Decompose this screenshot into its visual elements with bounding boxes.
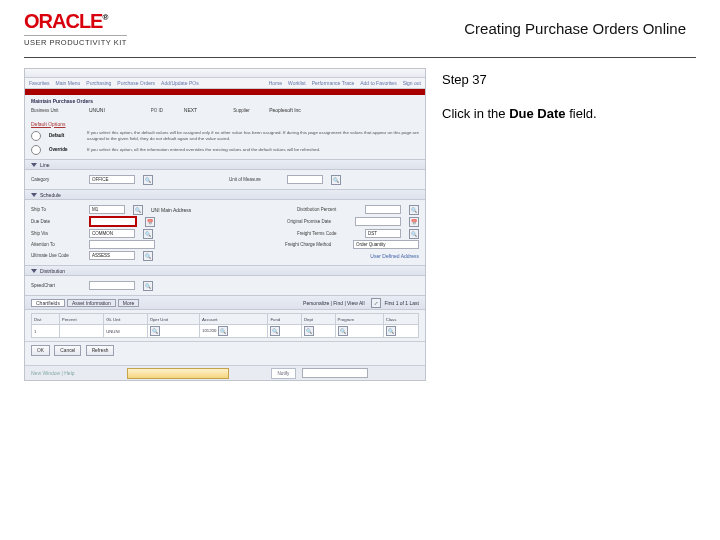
col-account: Account [200, 314, 268, 325]
ship-to-label: Ship To [31, 207, 81, 212]
notify-button[interactable]: Notify [271, 368, 297, 379]
distribution-percent-input[interactable] [365, 205, 401, 214]
lookup-icon[interactable]: 🔍 [331, 175, 341, 185]
tab-more[interactable]: More [118, 299, 139, 307]
schedule-group-header[interactable]: Schedule [25, 189, 425, 200]
grid-zoom-icon[interactable]: ⤢ [371, 298, 381, 308]
freight-method-label: Freight Charge Method [285, 242, 345, 247]
cancel-button[interactable]: Cancel [54, 345, 81, 356]
header-divider [24, 57, 696, 58]
category-label: Category [31, 177, 81, 182]
cell-oper[interactable]: 🔍 [147, 325, 199, 338]
lookup-icon[interactable]: 🔍 [143, 175, 153, 185]
ok-button[interactable]: OK [31, 345, 50, 356]
collapse-icon [31, 269, 37, 273]
radio-override[interactable] [31, 145, 41, 155]
toplink-worklist[interactable]: Worklist [288, 80, 306, 86]
cell-gl-unit[interactable]: UNUNI [104, 325, 147, 338]
freight-terms-label: Freight Terms Code [297, 231, 357, 236]
speedchart-label: SpeedChart [31, 283, 81, 288]
toplink-trace[interactable]: Performance Trace [312, 80, 355, 86]
due-date-input[interactable] [89, 216, 137, 227]
grid-range: First 1 of 1 Last [385, 300, 419, 306]
col-program: Program [335, 314, 383, 325]
attention-to-label: Attention To [31, 242, 81, 247]
cell-fund[interactable]: 🔍 [268, 325, 302, 338]
toplink-fav[interactable]: Add to Favorites [360, 80, 396, 86]
lookup-icon[interactable]: 🔍 [304, 326, 314, 336]
footer-input[interactable] [302, 368, 368, 378]
speedchart-input[interactable] [89, 281, 135, 290]
freight-terms-input[interactable]: DST [365, 229, 401, 238]
ship-via-input[interactable]: COMMON [89, 229, 135, 238]
subbrand-text: USER PRODUCTIVITY KIT [24, 35, 127, 47]
lookup-icon[interactable]: 🔍 [270, 326, 280, 336]
lookup-icon[interactable]: 🔍 [338, 326, 348, 336]
footer-golden-button[interactable] [127, 368, 229, 379]
lookup-icon[interactable]: 🔍 [143, 281, 153, 291]
orig-promise-label: Original Promise Date [287, 219, 347, 224]
cell-dept[interactable]: 🔍 [301, 325, 335, 338]
bu-label: Business Unit [31, 108, 81, 113]
default-options-title: Default Options [31, 121, 65, 127]
grid-tabs: Chartfields Asset Information More Perso… [25, 295, 425, 310]
cell-program[interactable]: 🔍 [335, 325, 383, 338]
col-percent: Percent [59, 314, 103, 325]
col-fund: Fund [268, 314, 302, 325]
lookup-icon[interactable]: 🔍 [409, 229, 419, 239]
table-row: 1 UNUNI 🔍 101200 🔍 🔍 🔍 🔍 🔍 [32, 325, 419, 338]
col-oper-unit: Oper Unit [147, 314, 199, 325]
default-radio-label: Default [49, 133, 79, 138]
radio-default[interactable] [31, 131, 41, 141]
crumb-favorites[interactable]: Favorites [29, 80, 50, 86]
uom-label: Unit of Measure [229, 177, 279, 182]
po-id-value: NEXT [184, 107, 197, 113]
freight-method-select[interactable]: Order Quantity [353, 240, 419, 249]
cell-class[interactable]: 🔍 [383, 325, 418, 338]
grid-personalize-links[interactable]: Personalize | Find | View All [303, 300, 364, 306]
refresh-button[interactable]: Refresh [86, 345, 115, 356]
user-address-link[interactable]: User Defined Address [370, 253, 419, 259]
app-footer: New Window | Help Notify [25, 365, 425, 380]
lookup-icon[interactable]: 🔍 [409, 205, 419, 215]
toplink-home[interactable]: Home [269, 80, 282, 86]
lookup-icon[interactable]: 🔍 [386, 326, 396, 336]
lookup-icon[interactable]: 🔍 [133, 205, 143, 215]
col-class: Class [383, 314, 418, 325]
lookup-icon[interactable]: 🔍 [143, 251, 153, 261]
attention-to-input[interactable] [89, 240, 155, 249]
instruction-text: Click in the Due Date field. [442, 105, 696, 123]
lookup-icon[interactable]: 🔍 [218, 326, 228, 336]
lookup-icon[interactable]: 🔍 [150, 326, 160, 336]
crumb-po[interactable]: Purchase Orders [117, 80, 155, 86]
cell-percent[interactable] [59, 325, 103, 338]
doc-title: Creating Purchase Orders Online [464, 20, 686, 37]
crumb-add-update[interactable]: Add/Update POs [161, 80, 199, 86]
ultimate-use-input[interactable]: ASSESS [89, 251, 135, 260]
cell-account[interactable]: 101200 🔍 [200, 325, 268, 338]
calendar-icon[interactable]: 📅 [409, 217, 419, 227]
tab-chartfields[interactable]: Chartfields [31, 299, 65, 307]
tab-asset-info[interactable]: Asset Information [67, 299, 116, 307]
uom-input[interactable] [287, 175, 323, 184]
distribution-group-header[interactable]: Distribution [25, 265, 425, 276]
ship-to-input[interactable]: M1 [89, 205, 125, 214]
lookup-icon[interactable]: 🔍 [143, 229, 153, 239]
line-group-header[interactable]: Line [25, 159, 425, 170]
ship-to-desc: UNI Main Address [151, 207, 191, 213]
collapse-icon [31, 163, 37, 167]
toplink-signout[interactable]: Sign out [403, 80, 421, 86]
category-input[interactable]: OFFICE [89, 175, 135, 184]
calendar-icon[interactable]: 📅 [145, 217, 155, 227]
crumb-purchasing[interactable]: Purchasing [86, 80, 111, 86]
supplier-label: Supplier [233, 108, 261, 113]
breadcrumb: Favorites Main Menu Purchasing Purchase … [25, 78, 425, 89]
footer-links[interactable]: New Window | Help [31, 370, 75, 376]
step-label: Step 37 [442, 72, 696, 87]
crumb-main-menu[interactable]: Main Menu [56, 80, 81, 86]
app-screenshot: Favorites Main Menu Purchasing Purchase … [24, 68, 426, 381]
default-radio-desc: If you select this option, the default v… [87, 130, 419, 141]
col-dist: Dist [32, 314, 60, 325]
collapse-icon [31, 193, 37, 197]
orig-promise-input[interactable] [355, 217, 401, 226]
